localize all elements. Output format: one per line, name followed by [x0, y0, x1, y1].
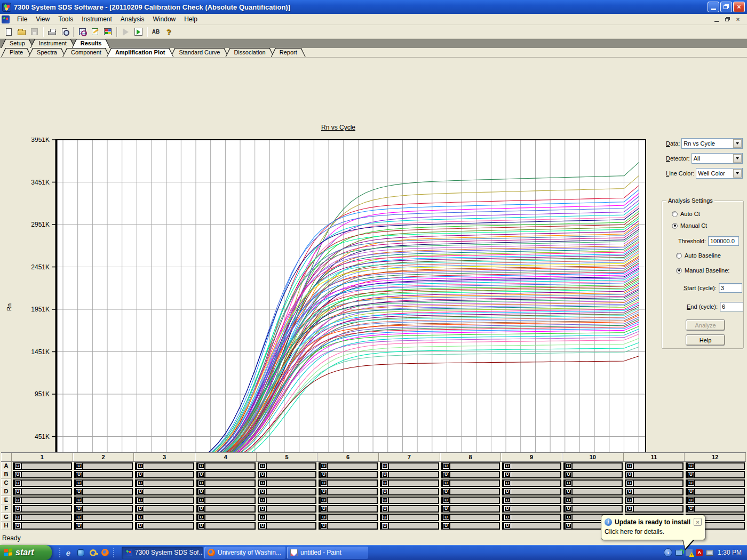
plate-column-header[interactable]: 1 [12, 453, 73, 462]
plate-row-label[interactable]: B [1, 470, 12, 479]
well-cell-A8[interactable]: U [441, 462, 500, 470]
well-cell-E7[interactable]: U [380, 497, 439, 504]
minimize-button[interactable] [708, 2, 719, 12]
well-cell-F8[interactable]: U [441, 505, 500, 513]
chevron-down-icon[interactable] [733, 169, 742, 178]
well-cell-E10[interactable]: U [563, 497, 623, 504]
plate-row-label[interactable]: A [1, 462, 12, 470]
well-cell-A11[interactable]: U [625, 462, 684, 470]
well-cell-H1[interactable]: U [13, 522, 72, 530]
zoom-wells-button[interactable] [76, 26, 89, 38]
well-cell-A6[interactable]: U [319, 462, 378, 470]
messenger-icon[interactable] [76, 548, 85, 557]
manual-ct-radio[interactable] [672, 223, 678, 229]
update-notification-balloon[interactable]: i Update is ready to install × Click her… [601, 515, 705, 540]
display-icon[interactable] [706, 550, 713, 556]
adobe-updater-icon[interactable]: A [696, 549, 703, 556]
well-cell-H6[interactable]: U [319, 522, 378, 530]
well-cell-C11[interactable]: U [625, 479, 684, 487]
well-cell-B8[interactable]: U [441, 471, 500, 478]
tab-dissociation[interactable]: Dissociation [225, 48, 274, 57]
well-cell-B4[interactable]: U [196, 471, 256, 478]
tab-component[interactable]: Component [62, 48, 110, 57]
plate-row-label[interactable]: H [1, 522, 12, 530]
well-cell-H7[interactable]: U [380, 522, 439, 530]
well-cell-C6[interactable]: U [319, 479, 378, 487]
well-cell-E8[interactable]: U [441, 497, 500, 504]
well-cell-F2[interactable]: U [74, 505, 133, 513]
well-cell-B9[interactable]: U [502, 471, 561, 478]
end-cycle-input[interactable]: 6 [720, 302, 743, 311]
help-button[interactable]: Help [686, 334, 725, 346]
well-cell-D12[interactable]: U [686, 488, 745, 495]
well-cell-C3[interactable]: U [135, 479, 194, 487]
well-cell-B12[interactable]: U [686, 471, 745, 478]
plate-column-header[interactable]: 12 [685, 453, 746, 462]
well-cell-B2[interactable]: U [74, 471, 133, 478]
tab-standard-curve[interactable]: Standard Curve [170, 48, 228, 57]
well-cell-G8[interactable]: U [441, 514, 500, 521]
close-button[interactable]: × [733, 2, 745, 12]
well-cell-G2[interactable]: U [74, 514, 133, 521]
tab-instrument[interactable]: Instrument [30, 39, 75, 48]
menu-help[interactable]: Help [180, 14, 202, 24]
well-cell-C8[interactable]: U [441, 479, 500, 487]
well-cell-D2[interactable]: U [74, 488, 133, 495]
keys-icon[interactable] [89, 548, 97, 557]
menu-instrument[interactable]: Instrument [77, 14, 116, 24]
well-cell-G4[interactable]: U [196, 514, 256, 521]
well-cell-A7[interactable]: U [380, 462, 439, 470]
well-cell-E1[interactable]: U [13, 497, 72, 504]
network-icon[interactable] [676, 550, 682, 556]
well-cell-A3[interactable]: U [135, 462, 194, 470]
well-cell-D8[interactable]: U [441, 488, 500, 495]
start-button[interactable]: start [0, 545, 52, 560]
plate-column-header[interactable]: 3 [134, 453, 195, 462]
well-cell-C5[interactable]: U [258, 479, 317, 487]
plate-row-label[interactable]: F [1, 505, 12, 513]
well-cell-A5[interactable]: U [258, 462, 317, 470]
well-cell-A12[interactable]: U [686, 462, 745, 470]
well-cell-G3[interactable]: U [135, 514, 194, 521]
line-color-combobox[interactable]: Well Color [696, 168, 743, 179]
well-cell-D3[interactable]: U [135, 488, 194, 495]
mdi-close-button[interactable]: × [734, 16, 742, 23]
well-cell-C9[interactable]: U [502, 479, 561, 487]
well-cell-D1[interactable]: U [13, 488, 72, 495]
plate-row-label[interactable]: C [1, 479, 12, 487]
well-cell-F4[interactable]: U [196, 505, 256, 513]
plate-column-header[interactable]: 6 [317, 453, 379, 462]
manual-baseline-radio[interactable] [676, 268, 682, 274]
well-cell-F3[interactable]: U [135, 505, 194, 513]
plate-row-label[interactable]: G [1, 513, 12, 522]
well-cell-G6[interactable]: U [319, 514, 378, 521]
new-document-button[interactable] [2, 26, 15, 38]
run-monitor-button[interactable] [132, 26, 145, 38]
well-cell-F7[interactable]: U [380, 505, 439, 513]
well-cell-C12[interactable]: U [686, 479, 745, 487]
well-cell-E6[interactable]: U [319, 497, 378, 504]
mdi-minimize-button[interactable] [713, 16, 720, 23]
plate-column-header[interactable]: 7 [379, 453, 440, 462]
plate-column-header[interactable]: 8 [440, 453, 502, 462]
print-preview-button[interactable] [58, 26, 71, 38]
internet-explorer-icon[interactable]: e [64, 548, 73, 557]
well-cell-B7[interactable]: U [380, 471, 439, 478]
well-colors-button[interactable] [101, 26, 114, 38]
well-cell-H8[interactable]: U [441, 522, 500, 530]
firefox-icon[interactable] [101, 548, 109, 557]
chevron-down-icon[interactable] [733, 139, 742, 148]
well-cell-C4[interactable]: U [196, 479, 256, 487]
well-cell-F11[interactable]: U [625, 505, 684, 513]
edit-plate-button[interactable] [89, 26, 101, 38]
well-cell-A9[interactable]: U [502, 462, 561, 470]
well-cell-E11[interactable]: U [625, 497, 684, 504]
plate-column-header[interactable]: 4 [195, 453, 257, 462]
well-cell-E3[interactable]: U [135, 497, 194, 504]
detector-combobox[interactable]: All [692, 153, 743, 164]
taskbar-button-sds[interactable]: 7300 System SDS Sof... [122, 547, 203, 559]
well-cell-F6[interactable]: U [319, 505, 378, 513]
well-cell-A10[interactable]: U [563, 462, 623, 470]
well-cell-E5[interactable]: U [258, 497, 317, 504]
well-cell-F9[interactable]: U [502, 505, 561, 513]
